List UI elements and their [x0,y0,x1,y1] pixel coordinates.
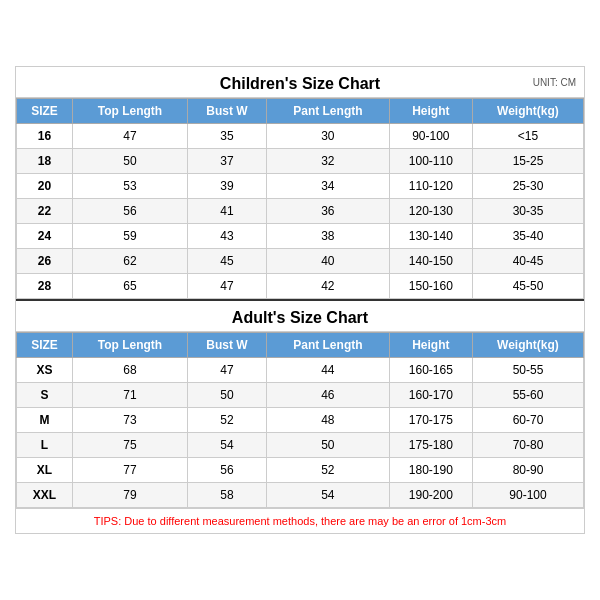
adult-header-row: SIZE Top Length Bust W Pant Length Heigh… [17,333,584,358]
adult-cell: XL [17,458,73,483]
header-height: Height [389,99,472,124]
children-cell: 100-110 [389,149,472,174]
children-cell: 90-100 [389,124,472,149]
children-cell: 35 [188,124,267,149]
children-row: 28654742150-16045-50 [17,274,584,299]
adult-cell: 68 [72,358,187,383]
adult-cell: 47 [188,358,267,383]
children-cell: 28 [17,274,73,299]
adult-row: XS684744160-16550-55 [17,358,584,383]
adult-cell: S [17,383,73,408]
adult-cell: 50 [266,433,389,458]
children-row: 26624540140-15040-45 [17,249,584,274]
adult-row: L755450175-18070-80 [17,433,584,458]
children-cell: 120-130 [389,199,472,224]
chart-container: Children's Size Chart UNIT: CM SIZE Top … [15,66,585,534]
adult-title-row: Adult's Size Chart [16,299,584,332]
children-cell: 16 [17,124,73,149]
adult-cell: 54 [188,433,267,458]
adult-cell: 70-80 [472,433,583,458]
adult-cell: 190-200 [389,483,472,508]
adult-cell: 71 [72,383,187,408]
children-cell: 45-50 [472,274,583,299]
children-cell: 15-25 [472,149,583,174]
adult-header-bust-w: Bust W [188,333,267,358]
adult-cell: L [17,433,73,458]
adult-cell: 52 [188,408,267,433]
adult-cell: 160-165 [389,358,472,383]
header-bust-w: Bust W [188,99,267,124]
children-title: Children's Size Chart [220,75,380,92]
children-cell: 24 [17,224,73,249]
children-cell: 35-40 [472,224,583,249]
children-cell: 47 [188,274,267,299]
children-cell: 39 [188,174,267,199]
tips-row: TIPS: Due to different measurement metho… [16,508,584,533]
unit-label: UNIT: CM [533,77,576,88]
adult-cell: 44 [266,358,389,383]
adult-cell: 54 [266,483,389,508]
children-cell: 140-150 [389,249,472,274]
adult-cell: XXL [17,483,73,508]
children-cell: <15 [472,124,583,149]
adult-cell: 75 [72,433,187,458]
adult-cell: 50-55 [472,358,583,383]
adult-header-top-length: Top Length [72,333,187,358]
children-cell: 40-45 [472,249,583,274]
adult-cell: 58 [188,483,267,508]
children-cell: 37 [188,149,267,174]
children-cell: 45 [188,249,267,274]
children-cell: 42 [266,274,389,299]
adult-row: XL775652180-19080-90 [17,458,584,483]
children-cell: 110-120 [389,174,472,199]
children-cell: 18 [17,149,73,174]
children-cell: 47 [72,124,187,149]
children-cell: 130-140 [389,224,472,249]
adult-cell: 160-170 [389,383,472,408]
adult-cell: M [17,408,73,433]
children-title-row: Children's Size Chart UNIT: CM [16,67,584,98]
children-row: 20533934110-12025-30 [17,174,584,199]
children-cell: 43 [188,224,267,249]
children-row: 22564136120-13030-35 [17,199,584,224]
adult-cell: 60-70 [472,408,583,433]
adult-table: SIZE Top Length Bust W Pant Length Heigh… [16,332,584,508]
children-header-row: SIZE Top Length Bust W Pant Length Heigh… [17,99,584,124]
adult-row: S715046160-17055-60 [17,383,584,408]
children-table: SIZE Top Length Bust W Pant Length Heigh… [16,98,584,299]
children-cell: 41 [188,199,267,224]
adult-header-size: SIZE [17,333,73,358]
children-cell: 22 [17,199,73,224]
header-size: SIZE [17,99,73,124]
children-cell: 59 [72,224,187,249]
children-cell: 26 [17,249,73,274]
children-row: 18503732100-11015-25 [17,149,584,174]
children-cell: 32 [266,149,389,174]
adult-cell: XS [17,358,73,383]
children-cell: 34 [266,174,389,199]
children-cell: 62 [72,249,187,274]
children-cell: 30 [266,124,389,149]
adult-cell: 55-60 [472,383,583,408]
children-cell: 150-160 [389,274,472,299]
adult-header-height: Height [389,333,472,358]
children-row: 24594338130-14035-40 [17,224,584,249]
children-cell: 36 [266,199,389,224]
adult-row: M735248170-17560-70 [17,408,584,433]
children-cell: 65 [72,274,187,299]
children-cell: 20 [17,174,73,199]
adult-cell: 90-100 [472,483,583,508]
children-cell: 38 [266,224,389,249]
adult-row: XXL795854190-20090-100 [17,483,584,508]
adult-cell: 175-180 [389,433,472,458]
adult-title: Adult's Size Chart [232,309,368,326]
adult-cell: 170-175 [389,408,472,433]
adult-header-weight: Weight(kg) [472,333,583,358]
children-cell: 56 [72,199,187,224]
children-cell: 50 [72,149,187,174]
adult-header-pant-length: Pant Length [266,333,389,358]
children-cell: 40 [266,249,389,274]
header-pant-length: Pant Length [266,99,389,124]
adult-cell: 73 [72,408,187,433]
children-cell: 53 [72,174,187,199]
